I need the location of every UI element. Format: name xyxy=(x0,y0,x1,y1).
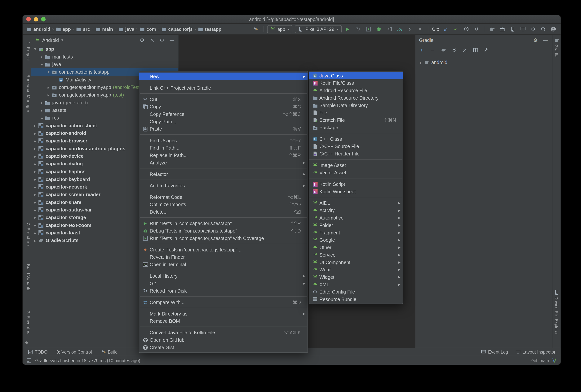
chevron-right-icon[interactable]: ▸ xyxy=(32,208,38,212)
menu-item-open-on-github[interactable]: Open on GitHub xyxy=(139,336,308,344)
tool-window-toggle-icon[interactable] xyxy=(26,358,32,363)
tool-window-button-7-structure[interactable]: 7: Structure xyxy=(22,223,31,246)
breadcrumb-item-android[interactable]: android xyxy=(26,26,50,32)
menu-item-aidl[interactable]: AIDL▶ xyxy=(309,199,403,207)
menu-item-activity[interactable]: Activity▶ xyxy=(309,207,403,214)
chevron-right-icon[interactable]: ▸ xyxy=(32,192,38,197)
chevron-right-icon[interactable]: ▸ xyxy=(32,146,38,151)
menu-item-editorconfig-file[interactable]: ⚙EditorConfig File xyxy=(309,288,403,295)
menu-item-widget[interactable]: Widget▶ xyxy=(309,273,403,281)
update-project-icon[interactable]: ↙ xyxy=(442,25,449,33)
build-hammer-icon[interactable] xyxy=(252,25,259,33)
tree-item-java[interactable]: ▾java xyxy=(31,60,178,68)
menu-item-sample-data-directory[interactable]: Sample Data Directory xyxy=(309,101,403,109)
breadcrumb-item-java[interactable]: java xyxy=(118,26,134,32)
menu-item-kotlin-script[interactable]: KKotlin Script xyxy=(309,180,403,188)
breadcrumb-item-src[interactable]: src xyxy=(76,26,90,32)
chevron-right-icon[interactable]: ▸ xyxy=(39,100,44,105)
chevron-right-icon[interactable]: ▸ xyxy=(32,231,38,235)
run-icon[interactable]: ▶ xyxy=(344,25,352,33)
breadcrumb-item-capacitorjs[interactable]: capacitorjs xyxy=(161,26,193,32)
chevron-right-icon[interactable]: ▸ xyxy=(32,177,38,181)
menu-item-package[interactable]: Package xyxy=(309,124,403,131)
minimize-button[interactable] xyxy=(34,17,38,21)
menu-item-c-class[interactable]: CC++ Class xyxy=(309,135,403,143)
breadcrumb-item-com[interactable]: com xyxy=(140,26,156,32)
sdk-manager-icon[interactable] xyxy=(498,25,506,33)
split-icon[interactable] xyxy=(472,47,478,53)
gradle-sync-icon[interactable] xyxy=(488,25,496,33)
profiler-icon[interactable] xyxy=(396,25,404,33)
menu-item-compare-with[interactable]: Compare With...⌘D xyxy=(139,299,308,306)
tool-window-button-1-project[interactable]: 1: Project xyxy=(22,42,31,61)
menu-item-kotlin-file-class[interactable]: KKotlin File/Class xyxy=(309,79,403,87)
menu-item-c-c-source-file[interactable]: C++C/C++ Source File xyxy=(309,142,403,150)
menu-item-open-in-terminal[interactable]: Open in Terminal xyxy=(139,261,308,268)
menu-item-image-asset[interactable]: Image Asset xyxy=(309,161,403,169)
settings-icon[interactable]: ⚙ xyxy=(530,25,537,33)
menu-item-copy-path[interactable]: Copy Path... xyxy=(139,118,308,125)
menu-item-fragment[interactable]: Fragment▶ xyxy=(309,229,403,236)
menu-item-resource-bundle[interactable]: Resource Bundle xyxy=(309,295,403,303)
menu-item-ui-component[interactable]: UI Component▶ xyxy=(309,258,403,266)
chevron-right-icon[interactable]: ▸ xyxy=(32,139,38,143)
close-button[interactable] xyxy=(26,17,30,21)
rollback-icon[interactable]: ↺ xyxy=(473,25,480,33)
menu-item-folder[interactable]: Folder▶ xyxy=(309,221,403,229)
menu-item-android-resource-file[interactable]: Android Resource File xyxy=(309,87,403,94)
gradle-refresh-icon[interactable] xyxy=(440,47,446,53)
menu-item-copy-reference[interactable]: Copy Reference⌥⇧⌘C xyxy=(139,110,308,118)
tree-item-app[interactable]: ▾app xyxy=(31,45,178,53)
history-icon[interactable] xyxy=(462,25,470,33)
project-view-selector[interactable]: Android xyxy=(42,37,59,43)
menu-item-kotlin-worksheet[interactable]: KKotlin Worksheet xyxy=(309,188,403,195)
chevron-right-icon[interactable]: ▸ xyxy=(39,54,44,59)
chevron-right-icon[interactable]: ▸ xyxy=(418,60,424,65)
navbar-item-layout-inspector[interactable]: Layout Inspector xyxy=(516,349,556,355)
tool-window-button-build-variants[interactable]: Build Variants xyxy=(22,264,31,292)
tool-window-button-device-file-explorer[interactable]: Device File Explorer xyxy=(552,290,561,335)
chevron-down-icon[interactable]: ▾ xyxy=(39,62,44,66)
menu-item-reload-from-disk[interactable]: ↻Reload from Disk xyxy=(139,287,308,295)
chevron-right-icon[interactable]: ▸ xyxy=(32,238,38,243)
tool-window-button-resource-manager[interactable]: Resource Manager xyxy=(22,74,31,112)
tool-window-button-2-favorites[interactable]: 2: Favorites xyxy=(22,311,31,334)
menu-item-c-c-header-file[interactable]: HC/C++ Header File xyxy=(309,150,403,157)
chevron-right-icon[interactable]: ▸ xyxy=(46,85,51,89)
menu-item-delete[interactable]: Delete...⌫ xyxy=(139,208,308,216)
menu-item-optimize-imports[interactable]: Optimize Imports^⌥O xyxy=(139,201,308,208)
layout-inspector-icon[interactable] xyxy=(519,25,527,33)
instant-run-icon[interactable] xyxy=(406,25,414,33)
menu-item-scratch-file[interactable]: Scratch File⇧⌘N xyxy=(309,116,403,124)
menu-item-copy[interactable]: Copy⌘C xyxy=(139,103,308,110)
menu-item-local-history[interactable]: Local History▶ xyxy=(139,272,308,280)
add-icon[interactable]: + xyxy=(419,47,425,53)
menu-item-xml[interactable]: XML▶ xyxy=(309,281,403,288)
commit-icon[interactable]: ✓ xyxy=(452,25,460,33)
chevron-right-icon[interactable]: ▸ xyxy=(32,131,38,135)
chevron-right-icon[interactable]: ▸ xyxy=(32,200,38,204)
menu-item-cut[interactable]: ✂Cut⌘X xyxy=(139,96,308,103)
search-icon[interactable] xyxy=(540,25,547,33)
run-configuration-select[interactable]: app ▾ xyxy=(267,25,292,33)
avd-manager-icon[interactable] xyxy=(509,25,516,33)
apply-changes-icon[interactable]: ↻ xyxy=(354,25,362,33)
menu-item-mark-directory-as[interactable]: Mark Directory as▶ xyxy=(139,310,308,318)
chevron-down-icon[interactable]: ▾ xyxy=(32,47,38,51)
breadcrumb-item-app[interactable]: app xyxy=(56,26,71,32)
menu-item-new[interactable]: New▶ xyxy=(139,72,308,80)
hide-icon[interactable]: — xyxy=(169,37,175,43)
menu-item-debug-tests-in-com-capacitorjs-testapp[interactable]: Debug 'Tests in 'com.capacitorjs.testapp… xyxy=(139,227,308,234)
remove-icon[interactable]: − xyxy=(430,47,435,53)
stop-icon[interactable]: ■ xyxy=(416,25,424,33)
git-branch-widget[interactable]: Git: main xyxy=(531,358,549,363)
menu-item-find-usages[interactable]: Find Usages⌥F7 xyxy=(139,136,308,144)
chevron-right-icon[interactable]: ▸ xyxy=(46,93,51,97)
settings-icon[interactable]: ⚙ xyxy=(159,37,165,43)
navbar-item-build[interactable]: Build xyxy=(101,349,118,355)
chevron-down-icon[interactable]: ▾ xyxy=(46,70,51,74)
locate-icon[interactable] xyxy=(139,37,145,43)
menu-item-remove-bom[interactable]: Remove BOM xyxy=(139,317,308,325)
menu-item-wear[interactable]: Wear▶ xyxy=(309,266,403,273)
collapse-all-icon[interactable] xyxy=(149,37,155,43)
